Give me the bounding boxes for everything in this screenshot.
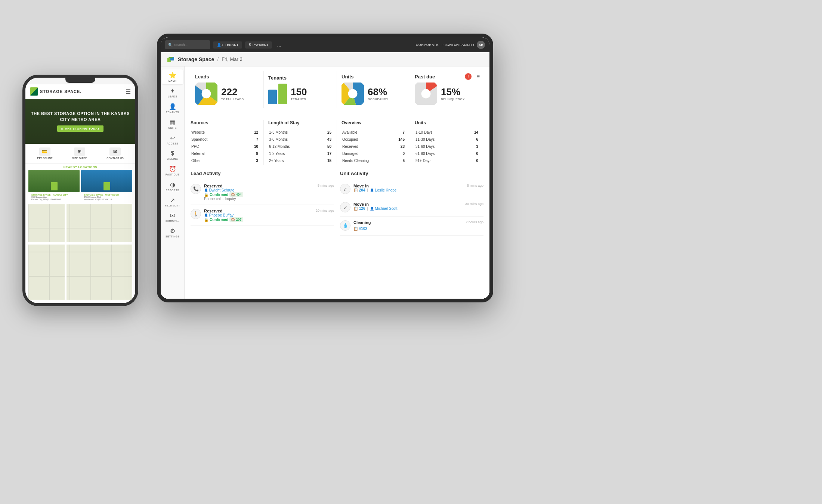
contact-us-item[interactable]: ✉ CONTACT US	[106, 147, 123, 159]
sidebar-item-past-due[interactable]: ⏰ PAST DUE	[162, 163, 183, 178]
tenant-button[interactable]: 👤+ TENANT	[213, 41, 242, 49]
past-due-sub: DELINQUENCY	[441, 97, 465, 101]
units-due-title: Units	[415, 120, 479, 125]
access-icon: ↩	[170, 134, 175, 141]
corporate-button[interactable]: CORPORATE	[416, 43, 439, 47]
units-due-label: 91+ Days	[415, 158, 466, 164]
units-pie-chart	[342, 83, 364, 105]
unit-link-126[interactable]: 📋 126	[353, 206, 365, 211]
map-cell	[91, 276, 112, 301]
source-value: 12	[245, 129, 258, 136]
pay-online-item[interactable]: 💳 PAY ONLINE	[37, 147, 53, 159]
lead-activity-title: Lead Activity	[191, 171, 334, 176]
lead-walk-icon: 🚶	[191, 209, 201, 219]
location-card-2[interactable]: STORAGE SPACE - WESTWOOD 1500 Storage Bl…	[81, 170, 132, 202]
tenants-sub: TENANTS	[291, 97, 307, 101]
map-cell	[49, 228, 70, 252]
source-value: 3	[245, 158, 258, 164]
units-label: UNITS	[168, 127, 177, 129]
lead-desc-1: Phone call - Inquiry	[204, 197, 315, 201]
tenants-number: 150	[291, 87, 307, 97]
map-cell	[111, 276, 132, 301]
title-separator: /	[217, 56, 219, 62]
unit-time-1: 5 mins ago	[467, 184, 483, 187]
sidebar-item-dash[interactable]: ⭐ DASH	[162, 69, 183, 84]
sidebar-item-billing[interactable]: $ BILLING	[162, 148, 183, 162]
contact-icon: ✉	[109, 147, 121, 156]
phone-map[interactable]	[28, 204, 132, 300]
units-due-label: 61-90 Days	[415, 150, 466, 157]
sidebar-item-reports[interactable]: ◑ REPORTS	[162, 179, 183, 194]
sidebar-item-comms[interactable]: ✉ COMMUNI...	[162, 210, 183, 224]
sidebar-item-access[interactable]: ↩ ACCESS	[162, 132, 183, 147]
map-cell	[91, 252, 112, 276]
sidebar-item-yield[interactable]: ↗ YIELD MGMT	[162, 195, 183, 209]
tenants-stat-card: Tenants 150 TENANTS	[264, 71, 337, 108]
leads-number: 222	[221, 87, 244, 97]
units-number: 68%	[368, 87, 388, 97]
table-row: Reserved 23	[342, 143, 405, 150]
location-card-1[interactable]: STORAGE SPACE - KANSAS CITY 200 Storage …	[28, 170, 80, 202]
unit-movein-icon-2: ↙	[340, 202, 350, 212]
unit-activity-item-3: 💧 Cleaning 📋 #102 2 hours ago	[340, 217, 483, 236]
facility-title: Storage Space	[178, 56, 214, 62]
table-row: 2+ Years 15	[269, 158, 331, 164]
unit-tag-404: 🏠 404	[229, 192, 243, 197]
sidebar-item-units[interactable]: ▦ UNITS	[162, 116, 183, 131]
overview-label: Occupied	[342, 136, 392, 143]
unit-person-2[interactable]: Michael Scott	[370, 206, 398, 211]
stay-label: 2+ Years	[269, 158, 320, 164]
switch-icon: ↔	[441, 43, 444, 47]
svg-point-12	[350, 91, 356, 97]
unit-link-102[interactable]: 📋 #102	[353, 227, 367, 231]
units-due-value: 6	[467, 136, 478, 143]
overview-table: Available 7 Occupied 145 Reserved 23	[342, 128, 405, 165]
list-icon[interactable]: ≡	[477, 73, 480, 79]
unit-movein-icon-1: ↙	[340, 184, 350, 194]
lead-person-2[interactable]: Phoebe Buffay	[204, 213, 313, 217]
table-row: 1-10 Days 14	[415, 129, 478, 136]
size-guide-item[interactable]: ⊞ SIZE GUIDE	[72, 147, 87, 159]
tenant-icon: 👤+	[217, 43, 223, 47]
main-content-area: ⭐ DASH ✦ LEADS 👤 TENANTS ▦ UNITS	[161, 66, 489, 299]
unit-activity-content-2: Move in 📋 126 | Michael Scott	[353, 202, 462, 211]
search-box[interactable]: 🔍 Search...	[165, 40, 210, 49]
map-cell	[111, 252, 132, 276]
units-due-value: 3	[467, 143, 478, 150]
more-options-button[interactable]: ...	[275, 42, 283, 48]
lead-time-1: 5 mins ago	[318, 184, 334, 187]
phone-cta-button[interactable]: START STORING TODAY	[57, 125, 103, 132]
table-row: Needs Cleaning 5	[342, 158, 405, 164]
storage-logo-icon	[30, 87, 38, 96]
reports-label: REPORTS	[166, 189, 179, 192]
switch-facility-button[interactable]: ↔ SWITCH FACILITY	[441, 43, 475, 47]
payment-button[interactable]: $ PAYMENT	[245, 41, 272, 49]
source-label: Website	[191, 129, 244, 136]
dash-label: DASH	[169, 80, 176, 82]
sources-table: Website 12 Sparefoot 7 PPC 10	[191, 128, 259, 165]
user-avatar[interactable]: SE	[477, 41, 485, 49]
confirmed-label-2: Confirmed	[210, 218, 228, 222]
source-value: 7	[245, 136, 258, 143]
settings-icon: ⚙	[170, 227, 175, 234]
hamburger-icon[interactable]: ☰	[126, 88, 131, 95]
sidebar-item-settings[interactable]: ⚙ SETTINGS	[162, 225, 183, 240]
units-sub: OCCUPANCY	[368, 97, 388, 101]
map-cell	[70, 252, 91, 276]
bar-2	[278, 84, 287, 104]
sidebar-item-leads[interactable]: ✦ LEADS	[162, 85, 183, 100]
map-cell	[91, 228, 112, 252]
sidebar-item-tenants[interactable]: 👤 TENANTS	[162, 101, 183, 116]
lead-person-1[interactable]: Dwight Schrute	[204, 188, 315, 192]
pipe-sep: |	[367, 188, 368, 192]
search-icon: 🔍	[168, 43, 173, 47]
unit-person-1[interactable]: Leslie Knope	[370, 188, 396, 192]
stay-label: 3-6 Months	[269, 136, 320, 143]
length-of-stay-table: 1-3 Months 25 3-6 Months 43 6-12 Months …	[268, 128, 332, 165]
lock-icon-2: 🔒	[204, 218, 208, 222]
past-due-title: Past due	[415, 74, 465, 80]
unit-link-204[interactable]: 📋 204	[353, 188, 365, 192]
past-due-label: PAST DUE	[166, 173, 179, 176]
search-placeholder: Search...	[174, 43, 188, 47]
overview-value: 0	[393, 150, 405, 157]
